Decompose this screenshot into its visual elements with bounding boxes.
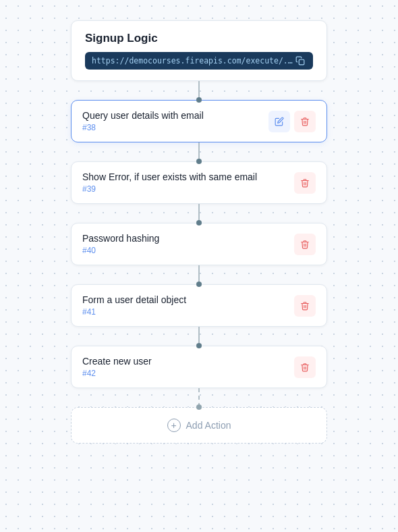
- delete-button-38[interactable]: [294, 111, 316, 132]
- action-card-39: Show Error, if user exists with same ema…: [71, 161, 327, 204]
- card-actions-42: [294, 356, 316, 378]
- card-title-41: Form a user detail object: [82, 294, 186, 305]
- connector-5: [198, 327, 200, 346]
- header-title: Signup Logic: [85, 32, 313, 45]
- card-id-42: #42: [82, 369, 152, 378]
- add-action-button[interactable]: + Add Action: [71, 407, 327, 444]
- delete-button-39[interactable]: [294, 172, 316, 194]
- card-actions-39: [294, 172, 316, 194]
- delete-button-42[interactable]: [294, 356, 316, 378]
- action-card-41: Form a user detail object #41: [71, 284, 327, 327]
- url-text: https://democourses.fireapis.com/execute…: [92, 56, 294, 65]
- connector-3: [198, 204, 200, 223]
- card-title-42: Create new user: [82, 356, 152, 367]
- delete-button-41[interactable]: [294, 295, 316, 317]
- card-title-38: Query user details with email: [82, 110, 204, 121]
- add-action-label: Add Action: [186, 420, 231, 431]
- card-left-38: Query user details with email #38: [82, 110, 204, 132]
- card-id-41: #41: [82, 307, 186, 317]
- connector-dashed: [198, 388, 200, 407]
- action-card-42: Create new user #42: [71, 346, 327, 388]
- url-bar: https://democourses.fireapis.com/execute…: [85, 52, 313, 70]
- card-left-42: Create new user #42: [82, 356, 152, 378]
- header-card: Signup Logic https://democourses.fireapi…: [71, 20, 327, 81]
- delete-button-40[interactable]: [294, 234, 316, 255]
- card-left-39: Show Error, if user exists with same ema…: [82, 171, 257, 194]
- flow-container: Signup Logic https://democourses.fireapi…: [71, 20, 327, 444]
- card-id-38: #38: [82, 123, 204, 132]
- edit-button-38[interactable]: [268, 111, 290, 132]
- card-title-39: Show Error, if user exists with same ema…: [82, 171, 257, 182]
- action-card-38: Query user details with email #38: [71, 100, 327, 142]
- action-card-40: Password hashing #40: [71, 223, 327, 265]
- card-actions-38: [268, 111, 316, 132]
- copy-button[interactable]: [294, 56, 306, 65]
- svg-rect-0: [299, 59, 304, 65]
- card-id-40: #40: [82, 246, 159, 255]
- card-title-40: Password hashing: [82, 233, 159, 244]
- connector-1: [198, 81, 200, 100]
- card-actions-41: [294, 295, 316, 317]
- add-icon: +: [167, 419, 181, 432]
- connector-4: [198, 265, 200, 284]
- connector-2: [198, 142, 200, 161]
- card-id-39: #39: [82, 184, 257, 194]
- card-actions-40: [294, 234, 316, 255]
- card-left-40: Password hashing #40: [82, 233, 159, 255]
- card-left-41: Form a user detail object #41: [82, 294, 186, 317]
